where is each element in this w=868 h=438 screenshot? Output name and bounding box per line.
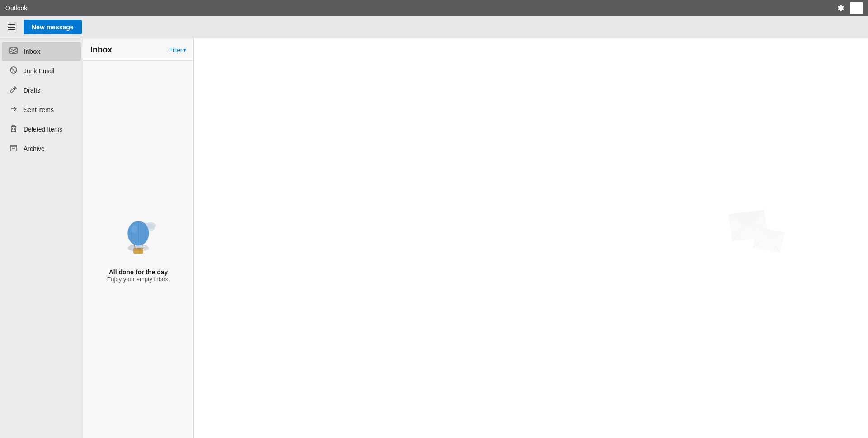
- svg-line-4: [11, 68, 16, 73]
- filter-button[interactable]: Filter ▾: [169, 47, 186, 53]
- message-list-body: All done for the day Enjoy your empty in…: [83, 61, 193, 438]
- message-list-panel: Inbox Filter ▾: [83, 38, 194, 438]
- sidebar-item-deleted-label: Deleted Items: [24, 126, 62, 133]
- topbar: Outlook: [0, 0, 868, 16]
- toolbar: New message: [0, 16, 868, 38]
- sidebar-item-junk-email[interactable]: Junk Email: [2, 61, 81, 80]
- sent-items-icon: [9, 105, 18, 115]
- deleted-items-icon: [9, 124, 18, 134]
- svg-point-21: [131, 225, 138, 233]
- empty-inbox-title: All done for the day: [109, 268, 168, 276]
- sidebar-item-inbox-label: Inbox: [24, 48, 40, 55]
- settings-icon[interactable]: [835, 3, 846, 14]
- svg-rect-1: [8, 27, 15, 28]
- sidebar: Inbox Junk Email Drafts: [0, 38, 83, 438]
- svg-rect-25: [133, 248, 143, 250]
- filter-label: Filter: [169, 47, 182, 53]
- hamburger-button[interactable]: [5, 22, 18, 33]
- inbox-icon: [9, 47, 18, 57]
- empty-inbox-illustration: [116, 216, 161, 261]
- topbar-right: [835, 2, 863, 14]
- sidebar-item-drafts[interactable]: Drafts: [2, 81, 81, 100]
- new-message-button[interactable]: New message: [24, 20, 82, 34]
- message-list-title: Inbox: [90, 45, 112, 55]
- main-area: Inbox Junk Email Drafts: [0, 38, 868, 438]
- envelope-illustration: [728, 204, 787, 260]
- sidebar-item-deleted-items[interactable]: Deleted Items: [2, 120, 81, 139]
- sidebar-item-archive-label: Archive: [24, 145, 45, 152]
- balloon-svg: [116, 216, 161, 261]
- app-title: Outlook: [5, 5, 27, 12]
- message-list-header: Inbox Filter ▾: [83, 38, 193, 61]
- svg-rect-2: [8, 29, 15, 30]
- empty-inbox-subtitle: Enjoy your empty inbox.: [107, 276, 170, 283]
- sidebar-item-junk-label: Junk Email: [24, 67, 54, 75]
- svg-line-5: [14, 88, 15, 89]
- svg-rect-9: [10, 145, 17, 146]
- junk-email-icon: [9, 66, 18, 76]
- sidebar-item-archive[interactable]: Archive: [2, 139, 81, 158]
- user-avatar[interactable]: [850, 2, 863, 14]
- reading-pane: [194, 38, 868, 438]
- sidebar-item-inbox[interactable]: Inbox: [2, 42, 81, 61]
- sidebar-item-sent-items[interactable]: Sent Items: [2, 100, 81, 119]
- sidebar-item-sent-label: Sent Items: [24, 106, 54, 113]
- archive-icon: [9, 144, 18, 154]
- sidebar-item-drafts-label: Drafts: [24, 87, 40, 94]
- svg-rect-0: [8, 24, 15, 25]
- drafts-icon: [9, 85, 18, 95]
- filter-chevron-icon: ▾: [183, 47, 186, 53]
- svg-rect-6: [11, 127, 16, 132]
